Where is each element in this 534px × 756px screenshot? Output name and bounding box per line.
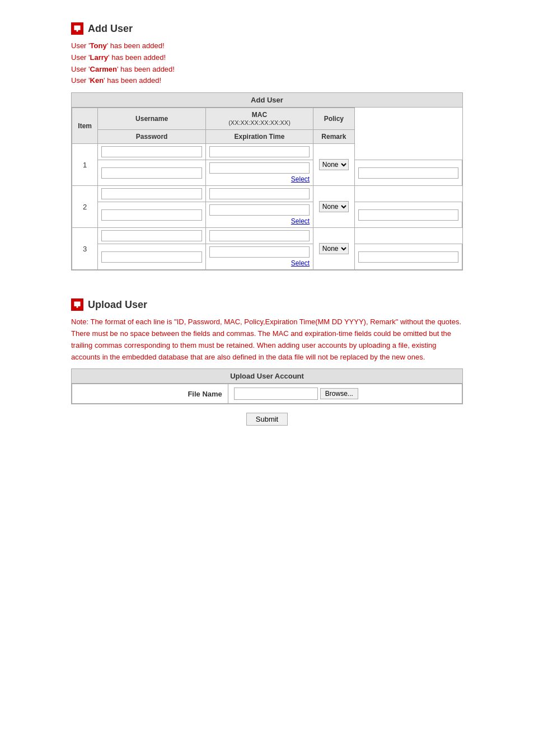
- upload-table: File Name Browse...: [71, 383, 463, 404]
- policy-cell-3: None: [313, 228, 354, 270]
- col-password: Password: [98, 130, 205, 144]
- expiration-input-3[interactable]: [209, 246, 310, 258]
- col-username: Username: [98, 108, 205, 130]
- select-link-2[interactable]: Select: [291, 217, 310, 225]
- password-input-1[interactable]: [101, 167, 202, 179]
- submit-wrapper: Submit: [71, 413, 463, 426]
- username-cell-1: [98, 144, 205, 160]
- file-name-input-cell: Browse...: [228, 384, 462, 404]
- username-input-1[interactable]: [101, 146, 202, 157]
- status-msg-1: User 'Tony' has been added!: [71, 40, 463, 52]
- policy-select-2[interactable]: None: [319, 201, 349, 212]
- file-name-row: File Name Browse...: [72, 384, 462, 404]
- col-expiration: Expiration Time: [205, 130, 313, 144]
- upload-table-caption: Upload User Account: [71, 368, 463, 383]
- user-row-2-top: 2None: [72, 186, 462, 202]
- remark-cell-2: [354, 202, 462, 228]
- upload-user-title: Upload User: [71, 298, 463, 311]
- remark-cell-1: [354, 160, 462, 186]
- mac-cell-1: [205, 144, 313, 160]
- password-input-2[interactable]: [101, 209, 202, 221]
- col-item: Item: [72, 108, 98, 144]
- remark-input-2[interactable]: [358, 209, 458, 221]
- user-row-1-bottom: Select: [72, 160, 462, 186]
- upload-user-section: Upload User Note: The format of each lin…: [71, 298, 463, 426]
- add-user-section: Add User User 'Tony' has been added! Use…: [71, 22, 463, 270]
- col-remark: Remark: [313, 130, 354, 144]
- upload-note: Note: The format of each line is "ID, Pa…: [71, 316, 463, 363]
- username-input-3[interactable]: [101, 230, 202, 241]
- policy-select-1[interactable]: None: [319, 159, 349, 170]
- submit-button[interactable]: Submit: [246, 413, 288, 426]
- username-cell-2: [98, 186, 205, 202]
- file-name-label: File Name: [72, 384, 228, 404]
- policy-cell-1: None: [313, 144, 354, 186]
- item-cell-3: 3: [72, 228, 98, 270]
- remark-cell-3: [354, 244, 462, 270]
- add-user-table-caption: Add User: [71, 92, 463, 107]
- expiration-input-2[interactable]: [209, 204, 310, 216]
- policy-select-3[interactable]: None: [319, 243, 349, 254]
- file-name-input[interactable]: [234, 388, 318, 400]
- select-link-3[interactable]: Select: [291, 259, 310, 267]
- policy-cell-2: None: [313, 186, 354, 228]
- expiration-cell-3: Select: [205, 244, 313, 270]
- select-link-1[interactable]: Select: [291, 175, 310, 183]
- password-cell-1: [98, 160, 205, 186]
- remark-input-3[interactable]: [358, 251, 458, 263]
- mac-input-3[interactable]: [209, 230, 310, 241]
- username-cell-3: [98, 228, 205, 244]
- add-user-icon: [71, 22, 83, 35]
- status-msg-2: User 'Larry' has been added!: [71, 52, 463, 64]
- user-row-2-bottom: Select: [72, 202, 462, 228]
- browse-button[interactable]: Browse...: [320, 388, 358, 399]
- item-cell-2: 2: [72, 186, 98, 228]
- col-policy: Policy: [313, 108, 354, 130]
- expiration-cell-2: Select: [205, 202, 313, 228]
- expiration-input-1[interactable]: [209, 162, 310, 174]
- col-mac: MAC (XX:XX:XX:XX:XX:XX): [205, 108, 313, 130]
- status-msg-3: User 'Carmen' has been added!: [71, 64, 463, 76]
- user-row-3-top: 3None: [72, 228, 462, 244]
- status-msg-4: User 'Ken' has been added!: [71, 75, 463, 87]
- item-cell-1: 1: [72, 144, 98, 186]
- user-row-3-bottom: Select: [72, 244, 462, 270]
- mac-cell-2: [205, 186, 313, 202]
- user-row-1-top: 1None: [72, 144, 462, 160]
- expiration-cell-1: Select: [205, 160, 313, 186]
- add-user-title: Add User: [71, 22, 463, 35]
- add-user-table: Item Username MAC (XX:XX:XX:XX:XX:XX) Po…: [71, 107, 463, 270]
- mac-cell-3: [205, 228, 313, 244]
- password-cell-2: [98, 202, 205, 228]
- password-cell-3: [98, 244, 205, 270]
- remark-input-1[interactable]: [358, 167, 458, 179]
- username-input-2[interactable]: [101, 188, 202, 199]
- upload-user-icon: [71, 298, 83, 311]
- password-input-3[interactable]: [101, 251, 202, 263]
- mac-input-2[interactable]: [209, 188, 310, 199]
- mac-input-1[interactable]: [209, 146, 310, 157]
- status-messages: User 'Tony' has been added! User 'Larry'…: [71, 40, 463, 87]
